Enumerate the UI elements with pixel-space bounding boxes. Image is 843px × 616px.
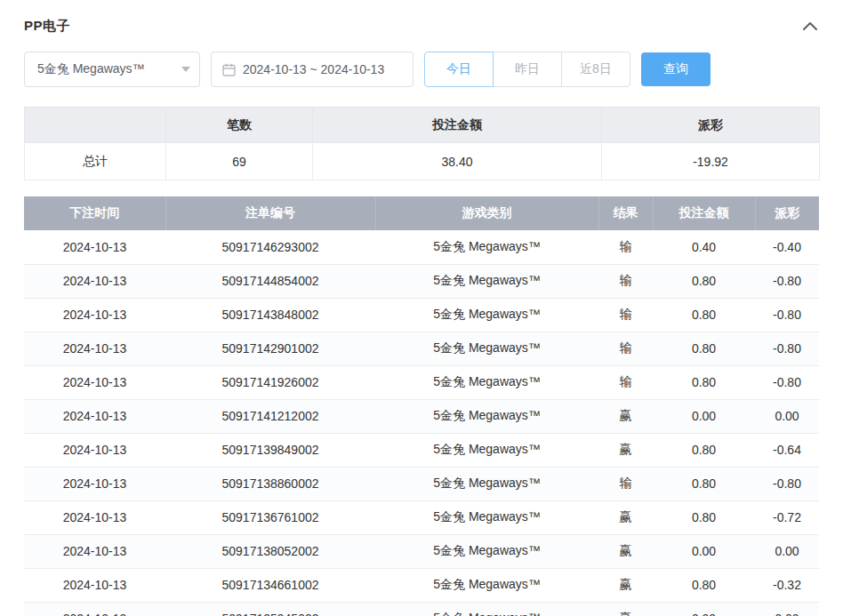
game-type-cell: 5金兔 Megaways™ bbox=[375, 500, 598, 534]
bet-time-cell: 2024-10-13 bbox=[24, 399, 165, 433]
detail-header-row: 下注时间 注单编号 游戏类别 结果 投注金额 派彩 bbox=[24, 196, 819, 230]
result-cell: 输 bbox=[598, 264, 653, 298]
bet-amount-cell: 0.80 bbox=[653, 500, 755, 534]
order-id-cell: 50917146293002 bbox=[165, 230, 375, 264]
collapse-button[interactable] bbox=[801, 20, 819, 32]
bet-amount-cell: 0.80 bbox=[653, 332, 755, 365]
bet-time-cell: 2024-10-13 bbox=[24, 500, 165, 534]
bet-amount-cell: 0.40 bbox=[653, 230, 755, 264]
summary-total-row: 总计 69 38.40 -19.92 bbox=[25, 143, 820, 180]
bet-time-cell: 2024-10-13 bbox=[24, 298, 165, 332]
result-cell: 输 bbox=[598, 298, 653, 332]
bet-amount-cell: 0.00 bbox=[653, 399, 755, 433]
game-type-cell: 5金兔 Megaways™ bbox=[375, 467, 598, 500]
bet-time-cell: 2024-10-13 bbox=[24, 467, 165, 500]
table-row: 2024-10-13509171346610025金兔 Megaways™赢0.… bbox=[24, 568, 819, 602]
summary-total-payout: -19.92 bbox=[602, 143, 820, 180]
order-id-cell: 50917138860002 bbox=[165, 467, 375, 500]
bet-amount-cell: 0.80 bbox=[653, 298, 755, 332]
yesterday-button[interactable]: 昨日 bbox=[493, 52, 562, 87]
table-row: 2024-10-13509171419260025金兔 Megaways™输0.… bbox=[24, 365, 819, 399]
payout-cell: 0.00 bbox=[755, 399, 819, 433]
bet-amount-cell: 0.00 bbox=[653, 602, 755, 616]
chevron-down-icon bbox=[181, 67, 190, 72]
game-type-cell: 5金兔 Megaways™ bbox=[375, 399, 598, 433]
summary-header-blank bbox=[25, 108, 166, 143]
game-type-cell: 5金兔 Megaways™ bbox=[375, 433, 598, 467]
bet-time-cell: 2024-10-13 bbox=[24, 332, 165, 365]
order-id-cell: 50917139849002 bbox=[165, 433, 375, 467]
result-cell: 赢 bbox=[598, 568, 653, 602]
header-game-type: 游戏类别 bbox=[375, 196, 598, 230]
order-id-cell: 50917141926002 bbox=[165, 365, 375, 399]
game-type-cell: 5金兔 Megaways™ bbox=[375, 365, 598, 399]
result-cell: 输 bbox=[598, 230, 653, 264]
payout-cell: 0.00 bbox=[755, 602, 819, 616]
bet-amount-cell: 0.80 bbox=[653, 568, 755, 602]
panel-header: PP电子 bbox=[24, 14, 819, 37]
payout-cell: -0.40 bbox=[755, 230, 819, 264]
bet-amount-cell: 0.00 bbox=[653, 534, 755, 568]
result-cell: 输 bbox=[598, 332, 653, 365]
table-row: 2024-10-13509171359450025金兔 Megaways™赢0.… bbox=[24, 602, 819, 616]
payout-cell: -0.80 bbox=[755, 365, 819, 399]
table-row: 2024-10-13509171438480025金兔 Megaways™输0.… bbox=[24, 298, 819, 332]
game-type-cell: 5金兔 Megaways™ bbox=[375, 230, 598, 264]
detail-table: 下注时间 注单编号 游戏类别 结果 投注金额 派彩 2024-10-135091… bbox=[24, 196, 819, 616]
table-row: 2024-10-13509171429010025金兔 Megaways™输0.… bbox=[24, 332, 819, 365]
result-cell: 赢 bbox=[598, 534, 653, 568]
search-button[interactable]: 查询 bbox=[641, 52, 711, 86]
table-row: 2024-10-13509171398490025金兔 Megaways™赢0.… bbox=[24, 433, 819, 467]
order-id-cell: 50917141212002 bbox=[165, 399, 375, 433]
bet-amount-cell: 0.80 bbox=[653, 433, 755, 467]
summary-header-payout: 派彩 bbox=[602, 108, 820, 143]
result-cell: 赢 bbox=[598, 602, 653, 616]
payout-cell: -0.32 bbox=[755, 568, 819, 602]
summary-header-row: 笔数 投注金额 派彩 bbox=[25, 108, 820, 143]
order-id-cell: 50917143848002 bbox=[165, 298, 375, 332]
game-type-cell: 5金兔 Megaways™ bbox=[375, 264, 598, 298]
detail-table-body: 2024-10-13509171462930025金兔 Megaways™输0.… bbox=[24, 230, 819, 616]
order-id-cell: 50917144854002 bbox=[165, 264, 375, 298]
bet-time-cell: 2024-10-13 bbox=[24, 534, 165, 568]
bet-amount-cell: 0.80 bbox=[653, 467, 755, 500]
game-select-value: 5金兔 Megaways™ bbox=[37, 61, 145, 77]
order-id-cell: 50917134661002 bbox=[165, 568, 375, 602]
payout-cell: -0.80 bbox=[755, 264, 819, 298]
summary-table: 笔数 投注金额 派彩 总计 69 38.40 -19.92 bbox=[24, 107, 820, 180]
table-row: 2024-10-13509171388600025金兔 Megaways™输0.… bbox=[24, 467, 819, 500]
date-range-input[interactable]: 2024-10-13 ~ 2024-10-13 bbox=[211, 52, 413, 87]
bet-amount-cell: 0.80 bbox=[653, 264, 755, 298]
bet-time-cell: 2024-10-13 bbox=[24, 568, 165, 602]
bet-time-cell: 2024-10-13 bbox=[24, 230, 165, 264]
game-type-cell: 5金兔 Megaways™ bbox=[375, 602, 598, 616]
game-type-cell: 5金兔 Megaways™ bbox=[375, 534, 598, 568]
payout-cell: -0.72 bbox=[755, 500, 819, 534]
order-id-cell: 50917138052002 bbox=[165, 534, 375, 568]
order-id-cell: 50917135945002 bbox=[165, 602, 375, 616]
result-cell: 输 bbox=[598, 467, 653, 500]
header-bet-time: 下注时间 bbox=[24, 196, 165, 230]
summary-total-count: 69 bbox=[166, 143, 313, 180]
result-cell: 赢 bbox=[598, 399, 653, 433]
payout-cell: -0.80 bbox=[755, 298, 819, 332]
chevron-up-icon bbox=[803, 20, 817, 33]
payout-cell: -0.64 bbox=[755, 433, 819, 467]
game-type-cell: 5金兔 Megaways™ bbox=[375, 298, 598, 332]
header-result: 结果 bbox=[598, 196, 653, 230]
payout-cell: -0.80 bbox=[755, 332, 819, 365]
game-type-cell: 5金兔 Megaways™ bbox=[375, 332, 598, 365]
table-row: 2024-10-13509171448540025金兔 Megaways™输0.… bbox=[24, 264, 819, 298]
table-row: 2024-10-13509171462930025金兔 Megaways™输0.… bbox=[24, 230, 819, 264]
calendar-icon bbox=[222, 63, 236, 76]
summary-total-label: 总计 bbox=[25, 143, 166, 180]
bet-time-cell: 2024-10-13 bbox=[24, 365, 165, 399]
game-select[interactable]: 5金兔 Megaways™ bbox=[24, 52, 200, 87]
last-8-days-button[interactable]: 近8日 bbox=[561, 52, 630, 87]
result-cell: 赢 bbox=[598, 500, 653, 534]
payout-cell: -0.80 bbox=[755, 467, 819, 500]
bet-time-cell: 2024-10-13 bbox=[24, 433, 165, 467]
header-bet-amount: 投注金额 bbox=[653, 196, 755, 230]
today-button[interactable]: 今日 bbox=[424, 52, 494, 87]
header-payout: 派彩 bbox=[755, 196, 819, 230]
